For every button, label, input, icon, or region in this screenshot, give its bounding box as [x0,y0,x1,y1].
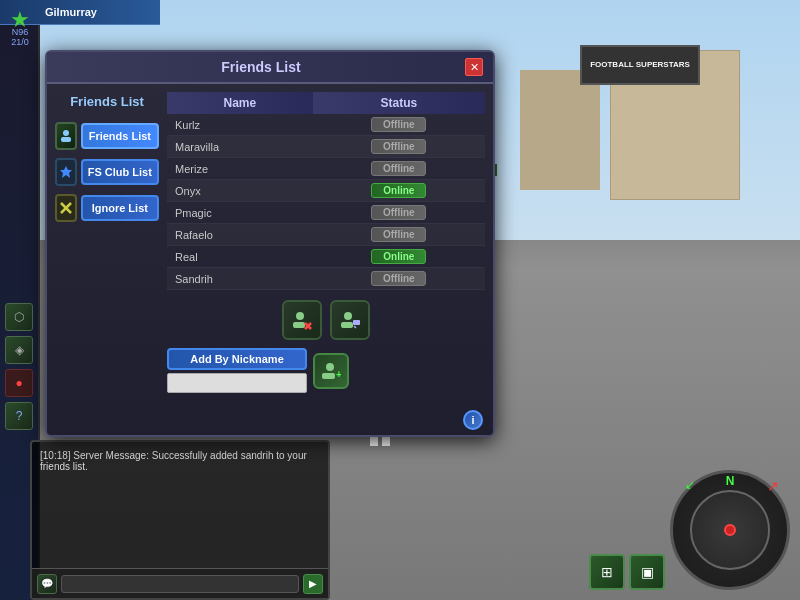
table-row[interactable]: MaravillaOffline [167,136,485,158]
friend-status: Offline [313,202,485,224]
friend-status: Offline [313,158,485,180]
side-icon-1[interactable]: ⬡ [5,303,33,331]
panel-nav-title: Friends List [70,94,144,109]
add-friend-go-button[interactable]: + [313,353,349,389]
table-row[interactable]: OnyxOnline [167,180,485,202]
friends-list-nav-button[interactable]: Friends List [81,123,159,149]
hud-top-bar: ★ Gilmurray [0,0,160,25]
table-row[interactable]: KurlzOffline [167,114,485,136]
status-badge: Online [371,183,426,198]
ignore-list-row: Ignore List [55,194,159,222]
add-nickname-input[interactable] [167,373,307,393]
compass-arrow-red: ↗ [767,478,779,494]
panel-bottom: i [47,405,493,435]
compass-inner: N [690,490,770,570]
message-friend-button[interactable] [330,300,370,340]
add-input-row: Add By Nickname + [167,348,485,393]
chat-content: [10:18] Server Message: Successfully add… [32,442,328,562]
fs-club-list-nav-button[interactable]: FS Club List [81,159,159,185]
status-badge: Online [371,249,426,264]
friend-status: Offline [313,224,485,246]
billboard: FOOTBALL SUPERSTARS [580,45,700,85]
col-name-header: Name [167,92,313,114]
friend-name: Onyx [167,180,313,202]
remove-friend-button[interactable] [282,300,322,340]
friend-name: Real [167,246,313,268]
compass-north-label: N [726,474,735,488]
friend-name: Sandrih [167,268,313,290]
status-badge: Offline [371,205,426,220]
building-2 [520,70,600,190]
status-badge: Offline [371,117,426,132]
add-by-nickname-section: Add By Nickname + [167,340,485,397]
svg-point-0 [63,130,69,136]
compass-dot [724,524,736,536]
ignore-list-side-icon[interactable] [55,194,77,222]
friends-panel: Friends List ✕ Friends List Friends List [45,50,495,437]
chat-box: [10:18] Server Message: Successfully add… [30,440,330,600]
friend-name: Rafaelo [167,224,313,246]
svg-rect-10 [341,322,353,328]
chat-send-button[interactable]: ▶ [303,574,323,594]
friend-name: Tmb [167,290,313,293]
svg-point-9 [344,312,352,320]
panel-right: Name Status KurlzOfflineMaravillaOffline… [167,84,493,405]
svg-text:+: + [336,369,341,380]
friend-status: Online [313,246,485,268]
panel-close-button[interactable]: ✕ [465,58,483,76]
friend-status: Online [313,180,485,202]
friend-status: Offline [313,268,485,290]
side-icons: ⬡ ◈ ● ? [5,303,33,430]
fs-club-side-icon[interactable] [55,158,77,186]
col-status-header: Status [313,92,485,114]
svg-point-5 [296,312,304,320]
table-row[interactable]: TmbOnline [167,290,485,293]
bottom-right-buttons: ⊞ ▣ [589,554,665,590]
chat-input[interactable] [61,575,299,593]
chat-icon[interactable]: 💬 [37,574,57,594]
friends-table-wrapper[interactable]: Name Status KurlzOfflineMaravillaOffline… [167,92,485,292]
chat-input-area: 💬 ▶ [32,568,328,598]
side-icon-question[interactable]: ? [5,402,33,430]
status-badge: Offline [371,271,426,286]
panel-title-bar: Friends List ✕ [47,52,493,84]
friend-name: Maravilla [167,136,313,158]
compass-arrow-green: ↙ [685,478,695,492]
action-button-2[interactable]: ▣ [629,554,665,590]
friend-status: Online [313,290,485,293]
friend-name: Pmagic [167,202,313,224]
svg-line-12 [354,326,356,328]
svg-rect-11 [353,320,360,325]
svg-point-13 [326,363,334,371]
friends-table: Name Status KurlzOfflineMaravillaOffline… [167,92,485,292]
info-button[interactable]: i [463,410,483,430]
table-row[interactable]: PmagicOffline [167,202,485,224]
friends-list-row: Friends List [55,122,159,150]
panel-body: Friends List Friends List FS Club List [47,84,493,405]
panel-actions [167,292,485,340]
panel-left-nav: Friends List Friends List FS Club List [47,84,167,405]
status-badge: Offline [371,161,426,176]
friends-list-side-icon[interactable] [55,122,77,150]
panel-title: Friends List [57,59,465,75]
table-row[interactable]: SandrihOffline [167,268,485,290]
fs-club-list-row: FS Club List [55,158,159,186]
svg-rect-14 [322,373,335,379]
compass: N ↗ ↙ [670,470,790,590]
status-badge: Offline [371,227,426,242]
action-button-1[interactable]: ⊞ [589,554,625,590]
friend-status: Offline [313,114,485,136]
svg-rect-1 [61,137,71,142]
svg-marker-2 [60,166,72,178]
ignore-list-nav-button[interactable]: Ignore List [81,195,159,221]
star-icon[interactable]: ★ [5,5,35,35]
status-badge: Offline [371,139,426,154]
table-row[interactable]: MerizeOffline [167,158,485,180]
add-by-nickname-label: Add By Nickname [167,348,307,370]
side-icon-red[interactable]: ● [5,369,33,397]
table-row[interactable]: RealOnline [167,246,485,268]
chat-message: [10:18] Server Message: Successfully add… [40,450,320,472]
table-row[interactable]: RafaeloOffline [167,224,485,246]
friend-name: Kurlz [167,114,313,136]
side-icon-2[interactable]: ◈ [5,336,33,364]
